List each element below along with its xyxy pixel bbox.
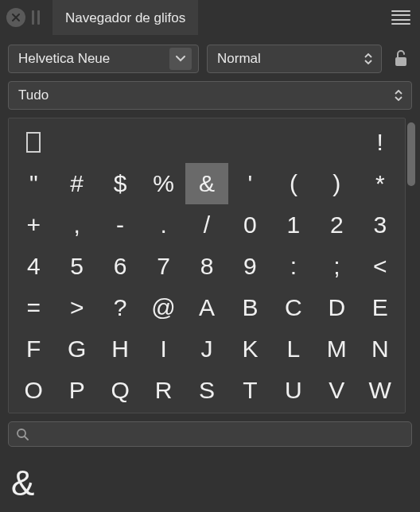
lock-open-icon bbox=[393, 49, 409, 68]
glyph-cell[interactable]: : bbox=[272, 246, 315, 287]
font-style-value: Normal bbox=[217, 51, 356, 67]
glyph-cell[interactable]: B bbox=[228, 287, 271, 328]
glyph-cell[interactable]: J bbox=[185, 328, 228, 370]
lock-button[interactable] bbox=[390, 46, 412, 72]
glyph-cell[interactable]: $ bbox=[99, 163, 142, 204]
glyph-cell[interactable]: 3 bbox=[359, 204, 402, 246]
font-family-value: Helvetica Neue bbox=[18, 51, 163, 67]
glyph-cell[interactable]: 0 bbox=[228, 204, 271, 246]
glyph-cell[interactable]: / bbox=[185, 204, 228, 246]
glyph-cell[interactable]: C bbox=[272, 287, 315, 328]
glyph-cell[interactable]: & bbox=[185, 163, 228, 204]
glyph-cell[interactable]: 4 bbox=[12, 246, 55, 287]
glyph-cell[interactable]: S bbox=[185, 370, 228, 411]
glyph-cell[interactable]: ) bbox=[315, 163, 358, 204]
glyph-cell[interactable]: , bbox=[55, 204, 98, 246]
glyph-cell[interactable] bbox=[272, 122, 315, 163]
search-icon bbox=[16, 428, 29, 440]
glyph-cell[interactable]: L bbox=[272, 328, 315, 370]
glyph-cell[interactable] bbox=[315, 122, 358, 163]
glyph-cell[interactable]: ' bbox=[228, 163, 271, 204]
scrollbar[interactable] bbox=[406, 118, 417, 413]
glyph-cell[interactable]: I bbox=[142, 328, 185, 370]
glyph-cell[interactable]: E bbox=[359, 287, 402, 328]
close-button[interactable] bbox=[6, 8, 25, 27]
glyph-cell[interactable]: F bbox=[12, 328, 55, 370]
glyph-cell[interactable]: < bbox=[359, 246, 402, 287]
glyph-cell[interactable]: > bbox=[55, 287, 98, 328]
glyph-cell[interactable]: ( bbox=[272, 163, 315, 204]
glyph-cell[interactable]: " bbox=[12, 163, 55, 204]
glyph-cell[interactable]: A bbox=[185, 287, 228, 328]
drag-handle-icon[interactable] bbox=[32, 10, 43, 25]
glyph-cell[interactable]: % bbox=[142, 163, 185, 204]
glyph-cell[interactable] bbox=[142, 122, 185, 163]
glyph-cell[interactable]: G bbox=[55, 328, 98, 370]
tab-label: Navegador de glifos bbox=[65, 10, 185, 26]
glyph-cell[interactable] bbox=[99, 122, 142, 163]
glyph-cell[interactable]: O bbox=[12, 370, 55, 411]
glyph-cell[interactable]: M bbox=[315, 328, 358, 370]
glyph-cell[interactable]: = bbox=[12, 287, 55, 328]
glyph-cell[interactable]: H bbox=[99, 328, 142, 370]
glyph-cell[interactable]: ! bbox=[359, 122, 402, 163]
glyph-filter-select[interactable]: Tudo bbox=[8, 81, 412, 110]
panel-menu-button[interactable] bbox=[391, 10, 410, 25]
glyph-cell[interactable]: 6 bbox=[99, 246, 142, 287]
font-style-select[interactable]: Normal bbox=[207, 45, 382, 73]
glyph-grid: !"#$%&'()*+,-./0123456789:;<=>?@ABCDEFGH… bbox=[8, 118, 406, 413]
font-family-select[interactable]: Helvetica Neue bbox=[8, 45, 199, 73]
glyph-cell[interactable]: K bbox=[228, 328, 271, 370]
glyph-cell[interactable] bbox=[55, 122, 98, 163]
glyph-cell[interactable]: # bbox=[55, 163, 98, 204]
glyph-filter-value: Tudo bbox=[18, 87, 386, 103]
glyph-cell[interactable]: ; bbox=[315, 246, 358, 287]
glyph-cell[interactable]: V bbox=[315, 370, 358, 411]
glyph-cell[interactable]: W bbox=[359, 370, 402, 411]
updown-icon bbox=[362, 53, 375, 64]
glyph-cell[interactable]: 2 bbox=[315, 204, 358, 246]
glyph-cell[interactable]: R bbox=[142, 370, 185, 411]
close-icon bbox=[11, 13, 21, 22]
glyph-cell[interactable]: 5 bbox=[55, 246, 98, 287]
tab-glyph-browser[interactable]: Navegador de glifos bbox=[52, 0, 198, 35]
glyph-cell[interactable]: 8 bbox=[185, 246, 228, 287]
menu-icon bbox=[391, 10, 410, 12]
glyph-search-input[interactable] bbox=[8, 421, 412, 447]
glyph-cell[interactable]: - bbox=[99, 204, 142, 246]
svg-rect-0 bbox=[395, 57, 406, 66]
glyph-cell[interactable]: @ bbox=[142, 287, 185, 328]
glyph-cell[interactable]: U bbox=[272, 370, 315, 411]
chevron-down-icon bbox=[169, 48, 192, 70]
glyph-cell[interactable]: P bbox=[55, 370, 98, 411]
glyph-cell[interactable]: ? bbox=[99, 287, 142, 328]
glyph-cell[interactable]: Q bbox=[99, 370, 142, 411]
glyph-cell[interactable]: * bbox=[359, 163, 402, 204]
glyph-cell[interactable]: + bbox=[12, 204, 55, 246]
glyph-cell[interactable] bbox=[185, 122, 228, 163]
glyph-cell[interactable]: 9 bbox=[228, 246, 271, 287]
glyph-cell[interactable]: N bbox=[359, 328, 402, 370]
glyph-cell[interactable]: T bbox=[228, 370, 271, 411]
glyph-cell[interactable]: D bbox=[315, 287, 358, 328]
glyph-cell[interactable]: . bbox=[142, 204, 185, 246]
glyph-cell[interactable] bbox=[228, 122, 271, 163]
scroll-thumb[interactable] bbox=[407, 122, 415, 186]
glyph-preview: & bbox=[11, 464, 34, 503]
glyph-cell[interactable]: 1 bbox=[272, 204, 315, 246]
glyph-cell[interactable]: 7 bbox=[142, 246, 185, 287]
updown-icon bbox=[392, 90, 405, 101]
glyph-cell[interactable] bbox=[12, 122, 55, 163]
